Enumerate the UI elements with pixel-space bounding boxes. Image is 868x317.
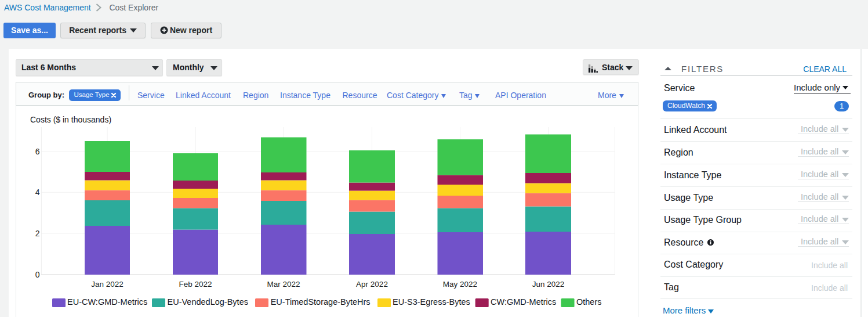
svg-text:4: 4: [35, 188, 40, 197]
svg-text:EU-VendedLog-Bytes: EU-VendedLog-Bytes: [168, 297, 248, 307]
svg-text:EU-TimedStorage-ByteHrs: EU-TimedStorage-ByteHrs: [271, 297, 371, 307]
svg-text:EU-CW:GMD-Metrics: EU-CW:GMD-Metrics: [67, 297, 147, 307]
svg-text:CW:GMD-Metrics: CW:GMD-Metrics: [491, 297, 556, 307]
svg-text:Jun 2022: Jun 2022: [532, 280, 565, 289]
svg-text:Feb 2022: Feb 2022: [179, 280, 212, 289]
svg-text:Apr 2022: Apr 2022: [356, 280, 388, 289]
svg-text:Jan 2022: Jan 2022: [91, 280, 124, 289]
svg-text:EU-S3-Egress-Bytes: EU-S3-Egress-Bytes: [393, 297, 470, 307]
svg-text:0: 0: [35, 270, 40, 279]
svg-text:2: 2: [35, 229, 40, 238]
svg-text:6: 6: [35, 147, 40, 156]
svg-text:May 2022: May 2022: [443, 280, 477, 289]
svg-text:Mar 2022: Mar 2022: [267, 280, 300, 289]
svg-text:Others: Others: [576, 297, 602, 307]
